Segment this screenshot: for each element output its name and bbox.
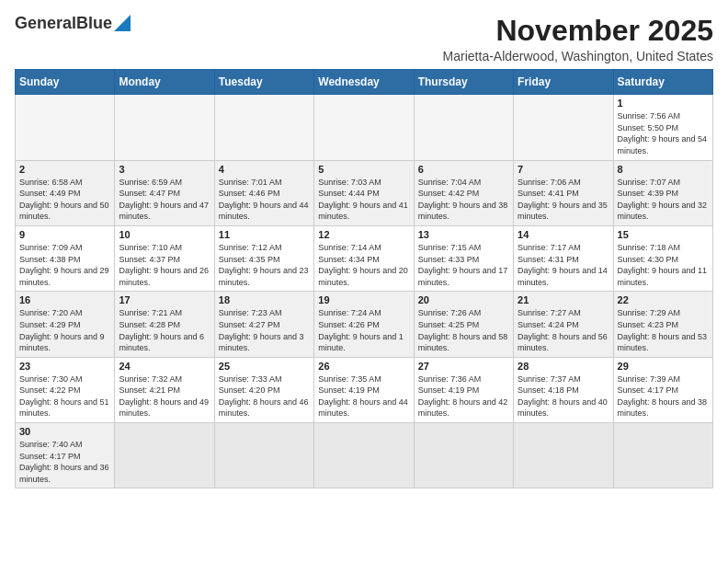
calendar-table: Sunday Monday Tuesday Wednesday Thursday… — [15, 69, 713, 488]
day-number: 22 — [618, 294, 709, 305]
logo-row: General Blue — [15, 15, 131, 31]
calendar-day-cell: 16Sunrise: 7:20 AM Sunset: 4:29 PM Dayli… — [16, 292, 115, 357]
calendar-day-cell: 25Sunrise: 7:33 AM Sunset: 4:20 PM Dayli… — [214, 357, 313, 422]
day-number: 28 — [518, 361, 609, 372]
col-friday: Friday — [514, 70, 613, 95]
calendar-day-cell: 7Sunrise: 7:06 AM Sunset: 4:41 PM Daylig… — [514, 160, 613, 225]
calendar-day-cell: 18Sunrise: 7:23 AM Sunset: 4:27 PM Dayli… — [214, 292, 313, 357]
calendar-week-row: 2Sunrise: 6:58 AM Sunset: 4:49 PM Daylig… — [16, 160, 713, 225]
calendar-day-cell: 20Sunrise: 7:26 AM Sunset: 4:25 PM Dayli… — [414, 292, 513, 357]
day-info: Sunrise: 7:37 AM Sunset: 4:18 PM Dayligh… — [518, 373, 609, 419]
day-info: Sunrise: 6:59 AM Sunset: 4:47 PM Dayligh… — [119, 177, 210, 223]
calendar-day-cell — [414, 95, 513, 160]
col-thursday: Thursday — [414, 70, 513, 95]
calendar-day-cell: 29Sunrise: 7:39 AM Sunset: 4:17 PM Dayli… — [613, 357, 712, 422]
col-wednesday: Wednesday — [314, 70, 414, 95]
day-number: 6 — [418, 164, 509, 175]
day-info: Sunrise: 7:04 AM Sunset: 4:42 PM Dayligh… — [418, 177, 509, 223]
calendar-week-row: 1Sunrise: 7:56 AM Sunset: 5:50 PM Daylig… — [16, 95, 713, 160]
day-info: Sunrise: 7:29 AM Sunset: 4:23 PM Dayligh… — [618, 307, 709, 353]
calendar-day-cell: 21Sunrise: 7:27 AM Sunset: 4:24 PM Dayli… — [514, 292, 613, 357]
day-info: Sunrise: 7:12 AM Sunset: 4:35 PM Dayligh… — [219, 242, 310, 288]
calendar-day-cell: 15Sunrise: 7:18 AM Sunset: 4:30 PM Dayli… — [613, 225, 712, 291]
calendar-week-row: 16Sunrise: 7:20 AM Sunset: 4:29 PM Dayli… — [16, 292, 713, 357]
calendar-week-row: 30Sunrise: 7:40 AM Sunset: 4:17 PM Dayli… — [16, 423, 713, 488]
calendar-day-cell — [16, 95, 115, 160]
day-number: 19 — [318, 294, 409, 305]
calendar-day-cell: 19Sunrise: 7:24 AM Sunset: 4:26 PM Dayli… — [314, 292, 414, 357]
day-info: Sunrise: 7:26 AM Sunset: 4:25 PM Dayligh… — [418, 307, 509, 353]
calendar-day-cell — [314, 95, 414, 160]
day-number: 13 — [418, 229, 509, 240]
day-number: 17 — [119, 294, 210, 305]
day-info: Sunrise: 7:24 AM Sunset: 4:26 PM Dayligh… — [318, 307, 409, 353]
calendar-day-cell — [214, 423, 313, 488]
col-saturday: Saturday — [613, 70, 712, 95]
day-number: 18 — [219, 294, 310, 305]
page-container: General Blue November 2025 Marietta-Alde… — [15, 15, 713, 488]
calendar-day-cell: 1Sunrise: 7:56 AM Sunset: 5:50 PM Daylig… — [613, 95, 712, 160]
calendar-day-cell: 9Sunrise: 7:09 AM Sunset: 4:38 PM Daylig… — [16, 225, 115, 291]
logo-blue-text: Blue — [76, 15, 112, 31]
day-number: 5 — [318, 164, 409, 175]
title-area: November 2025 Marietta-Alderwood, Washin… — [443, 15, 713, 63]
calendar-day-cell: 13Sunrise: 7:15 AM Sunset: 4:33 PM Dayli… — [414, 225, 513, 291]
calendar-day-cell — [514, 95, 613, 160]
col-monday: Monday — [115, 70, 214, 95]
calendar-day-cell: 27Sunrise: 7:36 AM Sunset: 4:19 PM Dayli… — [414, 357, 513, 422]
calendar-day-cell: 3Sunrise: 6:59 AM Sunset: 4:47 PM Daylig… — [115, 160, 214, 225]
day-info: Sunrise: 7:07 AM Sunset: 4:39 PM Dayligh… — [618, 177, 709, 223]
day-info: Sunrise: 7:56 AM Sunset: 5:50 PM Dayligh… — [618, 110, 709, 156]
day-info: Sunrise: 7:15 AM Sunset: 4:33 PM Dayligh… — [418, 242, 509, 288]
day-number: 26 — [318, 361, 409, 372]
col-tuesday: Tuesday — [214, 70, 313, 95]
day-info: Sunrise: 7:01 AM Sunset: 4:46 PM Dayligh… — [219, 177, 310, 223]
calendar-day-cell: 22Sunrise: 7:29 AM Sunset: 4:23 PM Dayli… — [613, 292, 712, 357]
day-info: Sunrise: 7:39 AM Sunset: 4:17 PM Dayligh… — [618, 373, 709, 419]
day-number: 4 — [219, 164, 310, 175]
day-info: Sunrise: 7:33 AM Sunset: 4:20 PM Dayligh… — [219, 373, 310, 419]
calendar-day-cell — [115, 423, 214, 488]
day-info: Sunrise: 7:03 AM Sunset: 4:44 PM Dayligh… — [318, 177, 409, 223]
calendar-day-cell: 6Sunrise: 7:04 AM Sunset: 4:42 PM Daylig… — [414, 160, 513, 225]
calendar-day-cell: 11Sunrise: 7:12 AM Sunset: 4:35 PM Dayli… — [214, 225, 313, 291]
calendar-day-cell: 17Sunrise: 7:21 AM Sunset: 4:28 PM Dayli… — [115, 292, 214, 357]
day-number: 25 — [219, 361, 310, 372]
day-info: Sunrise: 7:14 AM Sunset: 4:34 PM Dayligh… — [318, 242, 409, 288]
calendar-day-cell — [314, 423, 414, 488]
calendar-day-cell: 8Sunrise: 7:07 AM Sunset: 4:39 PM Daylig… — [613, 160, 712, 225]
day-info: Sunrise: 7:27 AM Sunset: 4:24 PM Dayligh… — [518, 307, 609, 353]
calendar-day-cell — [115, 95, 214, 160]
calendar-week-row: 23Sunrise: 7:30 AM Sunset: 4:22 PM Dayli… — [16, 357, 713, 422]
day-number: 30 — [19, 426, 110, 437]
calendar-day-cell — [514, 423, 613, 488]
day-info: Sunrise: 7:21 AM Sunset: 4:28 PM Dayligh… — [119, 307, 210, 353]
day-info: Sunrise: 7:30 AM Sunset: 4:22 PM Dayligh… — [19, 373, 110, 419]
logo-area: General Blue — [15, 15, 131, 31]
col-sunday: Sunday — [16, 70, 115, 95]
day-number: 3 — [119, 164, 210, 175]
day-number: 8 — [618, 164, 709, 175]
day-info: Sunrise: 7:18 AM Sunset: 4:30 PM Dayligh… — [618, 242, 709, 288]
calendar-header-row: Sunday Monday Tuesday Wednesday Thursday… — [16, 70, 713, 95]
calendar-week-row: 9Sunrise: 7:09 AM Sunset: 4:38 PM Daylig… — [16, 225, 713, 291]
calendar-day-cell: 12Sunrise: 7:14 AM Sunset: 4:34 PM Dayli… — [314, 225, 414, 291]
subtitle: Marietta-Alderwood, Washington, United S… — [443, 49, 713, 63]
day-info: Sunrise: 7:40 AM Sunset: 4:17 PM Dayligh… — [19, 439, 110, 485]
calendar-day-cell — [613, 423, 712, 488]
main-title: November 2025 — [443, 15, 713, 47]
calendar-day-cell: 2Sunrise: 6:58 AM Sunset: 4:49 PM Daylig… — [16, 160, 115, 225]
day-number: 7 — [518, 164, 609, 175]
day-info: Sunrise: 7:35 AM Sunset: 4:19 PM Dayligh… — [318, 373, 409, 419]
day-info: Sunrise: 7:36 AM Sunset: 4:19 PM Dayligh… — [418, 373, 509, 419]
day-number: 14 — [518, 229, 609, 240]
calendar-day-cell: 26Sunrise: 7:35 AM Sunset: 4:19 PM Dayli… — [314, 357, 414, 422]
day-number: 23 — [19, 361, 110, 372]
day-number: 9 — [19, 229, 110, 240]
day-info: Sunrise: 6:58 AM Sunset: 4:49 PM Dayligh… — [19, 177, 110, 223]
calendar-day-cell: 28Sunrise: 7:37 AM Sunset: 4:18 PM Dayli… — [514, 357, 613, 422]
day-info: Sunrise: 7:09 AM Sunset: 4:38 PM Dayligh… — [19, 242, 110, 288]
day-number: 24 — [119, 361, 210, 372]
calendar-day-cell — [414, 423, 513, 488]
day-number: 15 — [618, 229, 709, 240]
